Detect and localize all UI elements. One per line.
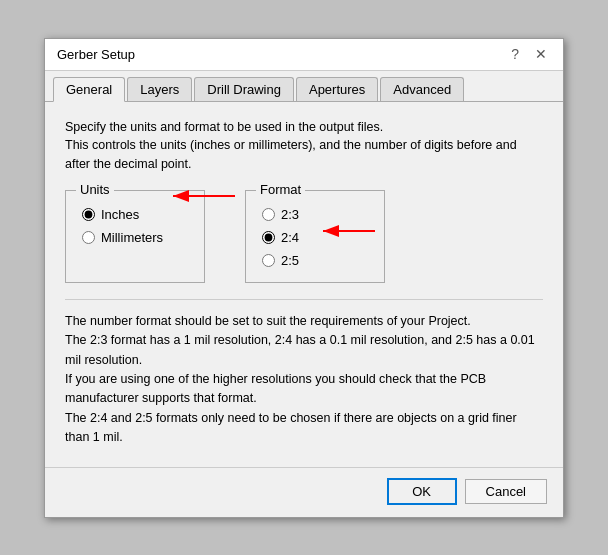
units-mm-option[interactable]: Millimeters [82,230,188,245]
format-radio-group: 2:3 2:4 2:5 [262,207,368,268]
format-23-radio[interactable] [262,208,275,221]
format-25-radio[interactable] [262,254,275,267]
format-24-option[interactable]: 2:4 [262,230,368,245]
format-panel: Format 2:3 2:4 2:5 [245,190,385,283]
info-line4: The 2:4 and 2:5 formats only need to be … [65,411,517,444]
tab-bar: General Layers Drill Drawing Apertures A… [45,71,563,102]
format-25-option[interactable]: 2:5 [262,253,368,268]
tab-layers[interactable]: Layers [127,77,192,101]
units-radio-group: Inches Millimeters [82,207,188,245]
units-inches-radio[interactable] [82,208,95,221]
units-mm-label: Millimeters [101,230,163,245]
tab-drill-drawing[interactable]: Drill Drawing [194,77,294,101]
info-text: The number format should be set to suit … [65,299,543,448]
gerber-setup-dialog: Gerber Setup ? ✕ General Layers Drill Dr… [44,38,564,518]
units-inches-option[interactable]: Inches [82,207,188,222]
bottom-bar: OK Cancel [45,467,563,517]
units-inches-label: Inches [101,207,139,222]
tab-apertures[interactable]: Apertures [296,77,378,101]
format-25-label: 2:5 [281,253,299,268]
description-line1: Specify the units and format to be used … [65,120,383,134]
units-panel: Units Inches Millimeters [65,190,205,283]
units-mm-radio[interactable] [82,231,95,244]
description-line2: This controls the units (inches or milli… [65,138,517,171]
format-legend: Format [256,182,305,197]
units-legend: Units [76,182,114,197]
dialog-title: Gerber Setup [57,47,135,62]
info-line3: If you are using one of the higher resol… [65,372,486,405]
info-line1: The number format should be set to suit … [65,314,471,328]
format-24-radio[interactable] [262,231,275,244]
format-23-label: 2:3 [281,207,299,222]
title-controls: ? ✕ [507,47,551,61]
panels-wrapper: Units Inches Millimeters Forma [65,186,543,283]
ok-button[interactable]: OK [387,478,457,505]
panels-row: Units Inches Millimeters Forma [65,190,543,283]
help-button[interactable]: ? [507,47,523,61]
format-24-label: 2:4 [281,230,299,245]
close-button[interactable]: ✕ [531,47,551,61]
dialog-content: Specify the units and format to be used … [45,102,563,467]
tab-advanced[interactable]: Advanced [380,77,464,101]
tab-general[interactable]: General [53,77,125,102]
description-text: Specify the units and format to be used … [65,118,543,174]
cancel-button[interactable]: Cancel [465,479,547,504]
info-line2: The 2:3 format has a 1 mil resolution, 2… [65,333,535,366]
title-bar: Gerber Setup ? ✕ [45,39,563,71]
format-23-option[interactable]: 2:3 [262,207,368,222]
